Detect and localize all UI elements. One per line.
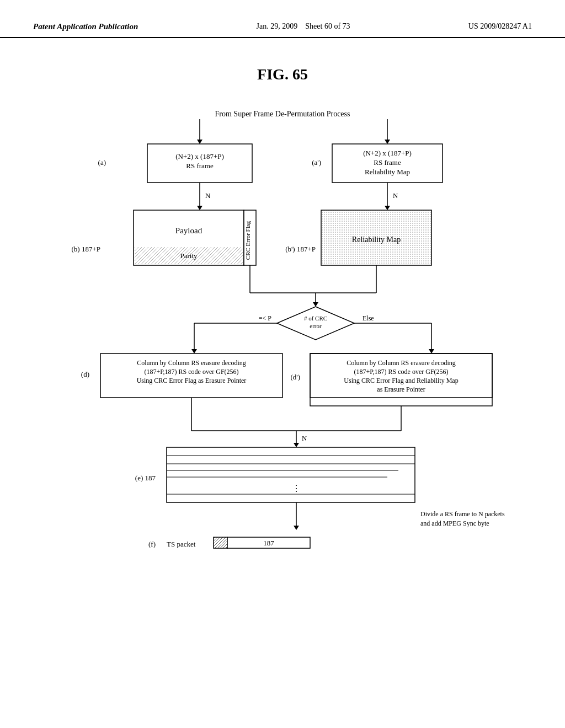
svg-marker-67: [294, 443, 299, 447]
svg-text:(N+2) x (187+P): (N+2) x (187+P): [175, 152, 224, 160]
svg-text:(b') 187+P: (b') 187+P: [285, 245, 316, 253]
svg-text:as Erasure Pointer: as Erasure Pointer: [377, 386, 425, 393]
svg-text:Column by Column RS erasure de: Column by Column RS erasure decoding: [137, 359, 246, 367]
svg-text:(N+2) x (187+P): (N+2) x (187+P): [363, 149, 412, 157]
svg-text:and add MPEG Sync byte: and add MPEG Sync byte: [420, 520, 489, 527]
svg-marker-18: [385, 206, 390, 210]
svg-text:(e) 187: (e) 187: [135, 474, 156, 482]
svg-text:(b) 187+P: (b) 187+P: [72, 245, 100, 253]
svg-text:(187+P,187) RS code over GF(25: (187+P,187) RS code over GF(256): [354, 368, 448, 376]
svg-marker-46: [191, 349, 197, 354]
diagram-container: From Super Frame De-Permutation Process …: [45, 105, 520, 728]
svg-text:# of CRC: # of CRC: [304, 315, 327, 322]
svg-text:(d'): (d'): [290, 373, 300, 381]
svg-marker-4: [385, 140, 390, 144]
header-patent-number: US 2009/028247 A1: [468, 22, 532, 31]
svg-marker-2: [197, 140, 202, 144]
svg-marker-38: [313, 302, 318, 307]
header-publication-type: Patent Application Publication: [33, 22, 138, 31]
svg-marker-78: [294, 526, 299, 530]
svg-text:Reliability Map: Reliability Map: [365, 168, 410, 176]
svg-text:RS frame: RS frame: [186, 162, 214, 170]
svg-text:187: 187: [263, 539, 274, 547]
svg-text:Using CRC Error Flag as Erasur: Using CRC Error Flag as Erasure Pointer: [137, 377, 247, 384]
svg-text:N: N: [393, 191, 398, 200]
svg-text:N: N: [205, 191, 211, 200]
svg-text:Using CRC Error Flag and Relia: Using CRC Error Flag and Reliability Map: [344, 377, 458, 384]
svg-text:=< P: =< P: [259, 314, 272, 322]
svg-text:Divide a RS frame to N packets: Divide a RS frame to N packets: [420, 510, 505, 518]
page-header: Patent Application Publication Jan. 29, …: [0, 0, 565, 38]
svg-text:TS packet: TS packet: [167, 540, 196, 548]
svg-text:From Super Frame De-Permutatio: From Super Frame De-Permutation Process: [215, 110, 350, 118]
svg-marker-15: [197, 206, 202, 210]
svg-text:(a'): (a'): [312, 158, 321, 167]
svg-text:CRC Error Flag: CRC Error Flag: [244, 221, 251, 260]
svg-text:(187+P,187) RS code over GF(25: (187+P,187) RS code over GF(256): [144, 368, 238, 376]
svg-text:error: error: [310, 323, 322, 329]
svg-text:(a): (a): [98, 158, 106, 167]
svg-rect-83: [214, 537, 227, 548]
svg-marker-49: [429, 349, 434, 354]
svg-text:(f): (f): [148, 540, 156, 548]
svg-text:N: N: [302, 434, 307, 442]
svg-text:RS frame: RS frame: [374, 158, 401, 167]
svg-text:Reliability Map: Reliability Map: [352, 235, 401, 244]
svg-text:⋮: ⋮: [292, 484, 301, 493]
diagram-svg: From Super Frame De-Permutation Process …: [45, 105, 520, 728]
page-content: FIG. 65 From Super Frame De-Permutation …: [0, 38, 565, 728]
svg-text:Parity: Parity: [180, 251, 198, 260]
svg-text:Payload: Payload: [175, 226, 202, 235]
svg-text:Column by Column RS erasure de: Column by Column RS erasure decoding: [347, 359, 456, 367]
figure-title: FIG. 65: [257, 66, 308, 83]
header-date-sheet: Jan. 29, 2009 Sheet 60 of 73: [257, 22, 350, 31]
svg-text:(d): (d): [81, 370, 89, 378]
svg-text:Else: Else: [363, 314, 374, 322]
